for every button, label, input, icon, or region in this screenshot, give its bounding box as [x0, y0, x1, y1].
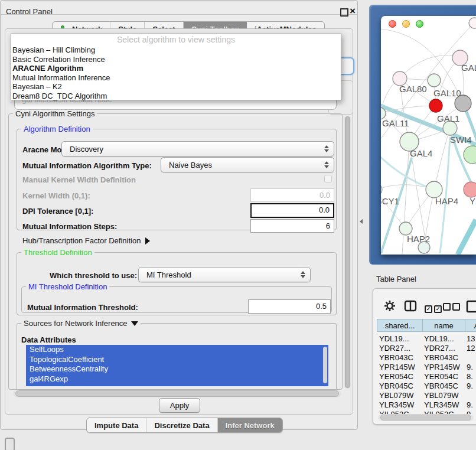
table-row[interactable]: YDL19... YDL19... 13 [377, 334, 476, 344]
table-row[interactable]: YBR045C YBR045C 9. [377, 381, 476, 391]
table-row[interactable]: YPR145W YPR145W 9. [377, 363, 476, 372]
node[interactable] [469, 18, 476, 28]
node-selected-red[interactable] [429, 99, 442, 112]
node-label: GAL10 [433, 88, 461, 98]
settings-vertical-scrollbar[interactable] [344, 116, 351, 389]
data-attributes-list: SelfLoops TopologicalCoefficient Between… [26, 345, 328, 386]
node-pink[interactable] [464, 182, 476, 197]
spinner-arrows-icon [300, 271, 305, 278]
mi-steps-field[interactable]: 6 [250, 219, 334, 233]
apply-button[interactable]: Apply [159, 398, 200, 413]
algorithm-definition-title: Algorithm Definition [21, 125, 93, 133]
splitter-collapse-icon[interactable] [360, 219, 363, 224]
kernel-width-label: Kernel Width (0,1): [22, 191, 90, 200]
dpi-tolerance-label: DPI Tolerance [0,1]: [22, 207, 93, 216]
node-label: HAP4 [435, 196, 458, 206]
settings-horizontal-scrollbar[interactable] [13, 390, 341, 397]
node-gal10[interactable] [428, 74, 441, 87]
table-settings-gear-icon[interactable] [384, 300, 396, 312]
attribute-item[interactable]: gal4RGexp [26, 374, 328, 384]
network-canvas[interactable]: GAL GAL80 GAL10 GAL1 GAL11 SWI4 GAL4 GCY… [381, 16, 476, 255]
cyni-algorithm-settings-title: Cyni Algorithm Settings [13, 109, 97, 118]
mi-type-combobox[interactable]: Naive Bayes [161, 157, 334, 172]
node-label: HAP2 [407, 234, 430, 244]
hub-definition-label: Hub/Transcription Factor Definition [22, 236, 141, 245]
mi-threshold-group-title: MI Threshold Definition [26, 282, 109, 291]
tab-impute-data[interactable]: Impute Data [87, 418, 146, 432]
threshold-definition-title: Threshold Definition [21, 248, 94, 257]
column-header[interactable]: shared... [377, 319, 423, 332]
node-label: Y [470, 196, 475, 206]
table-data-combobox[interactable]: gal-filtered.sif default node [14, 99, 337, 110]
data-attributes-label: Data Attributes [21, 335, 76, 344]
algorithm-option[interactable]: Bayesian – K2 [11, 82, 341, 92]
which-threshold-label: Which threshold to use: [50, 271, 137, 280]
mi-type-label: Mutual Information Algorithm Type: [22, 161, 152, 170]
table-row[interactable]: YBL079W YBL079W [377, 391, 476, 400]
scrollbar-thumb[interactable] [345, 116, 350, 388]
float-window-icon[interactable] [340, 8, 348, 17]
manual-kernel-label: Manual Kernel Width Definition [22, 175, 136, 184]
mi-steps-label: Mutual Information Steps: [22, 222, 117, 231]
mi-threshold-field[interactable]: 0.5 [248, 299, 331, 314]
node-gcy1[interactable] [381, 184, 382, 195]
node-label: GAL11 [382, 118, 409, 128]
which-threshold-combobox[interactable]: MI Threshold [138, 267, 311, 282]
node-hap2[interactable] [399, 222, 412, 235]
node-swi4[interactable] [464, 146, 476, 164]
dpi-tolerance-field[interactable]: 0.0 [250, 203, 334, 218]
tab-infer-network[interactable]: Infer Network [218, 418, 282, 432]
network-view[interactable]: GAL GAL80 GAL10 GAL1 GAL11 SWI4 GAL4 GCY… [381, 16, 476, 255]
column-header[interactable]: A [465, 319, 476, 332]
algorithm-dropdown: Select algorithm to view settings Bayesi… [11, 33, 341, 100]
deselect-all-columns-icon[interactable] [443, 302, 462, 313]
table-row[interactable]: YLR345W YLR345W 9. [377, 400, 476, 410]
network-labels: GAL GAL80 GAL10 GAL1 GAL11 SWI4 GAL4 GCY… [381, 63, 476, 244]
hub-definition-toggle[interactable]: Hub/Transcription Factor Definition [22, 236, 150, 245]
node-label: GCY1 [381, 196, 399, 206]
kernel-width-field[interactable]: 0.0 [250, 188, 334, 202]
control-panel-titlebar [0, 0, 358, 15]
collapse-down-icon [131, 321, 138, 326]
mi-type-value: Naive Bayes [169, 161, 212, 169]
tab-discretize-data[interactable]: Discretize Data [146, 418, 217, 432]
attribute-item[interactable]: BetweennessCentrality [26, 364, 328, 374]
column-header[interactable]: name [422, 319, 465, 332]
bottom-tabs: Impute Data Discretize Data Infer Networ… [86, 418, 283, 433]
list-vertical-scrollbar[interactable] [323, 347, 327, 383]
show-columns-icon[interactable] [404, 300, 417, 312]
aracne-mode-value: Discovery [70, 145, 103, 154]
attribute-item[interactable]: SelfLoops [26, 345, 328, 355]
spinner-arrows-icon [324, 145, 328, 152]
node-hap4[interactable] [426, 181, 442, 198]
attribute-item[interactable]: TopologicalCoefficient [26, 355, 328, 365]
algorithm-option[interactable]: Basic Correlation Inference [11, 55, 341, 64]
mi-threshold-label: Mutual Information Threshold: [27, 303, 138, 312]
scrollbar-thumb[interactable] [380, 415, 471, 420]
close-icon[interactable]: × [350, 5, 356, 17]
which-threshold-value: MI Threshold [146, 270, 191, 279]
table-row[interactable]: YDR27... YDR27... 12 [377, 344, 476, 353]
manual-kernel-checkbox[interactable] [324, 175, 332, 182]
algorithm-option[interactable]: Mutual Information Inference [11, 73, 341, 83]
control-panel-title: Control Panel [6, 7, 53, 16]
select-all-columns-icon[interactable]: ✓✓ [425, 302, 444, 313]
spinner-arrows-icon [324, 161, 328, 168]
table-panel-title: Table Panel [376, 275, 416, 283]
algorithm-option-selected[interactable]: ARACNE Algorithm [11, 64, 341, 73]
node-label: SWI4 [450, 135, 472, 145]
node-label: GAL80 [399, 84, 427, 94]
sources-group-title[interactable]: Sources for Network Inference [21, 319, 141, 328]
dock-panel-icon[interactable] [5, 438, 15, 450]
expand-right-icon [145, 237, 150, 244]
table-row[interactable]: YER054C YER054C 8. [377, 372, 476, 381]
table-row[interactable]: YIL052C YIL052C 9 [377, 410, 476, 414]
node-label: GAL4 [410, 148, 432, 158]
algorithm-option[interactable]: Dream8 DC_TDC Algorithm [11, 92, 341, 101]
algorithm-option[interactable]: Bayesian – Hill Climbing [11, 45, 341, 55]
export-table-icon[interactable] [466, 300, 476, 313]
table-horizontal-scrollbar[interactable] [378, 414, 474, 421]
table-row[interactable]: YBR043C YBR043C [377, 353, 476, 363]
aracne-mode-combobox[interactable]: Discovery [61, 141, 334, 156]
scrollbar-thumb[interactable] [15, 390, 339, 397]
